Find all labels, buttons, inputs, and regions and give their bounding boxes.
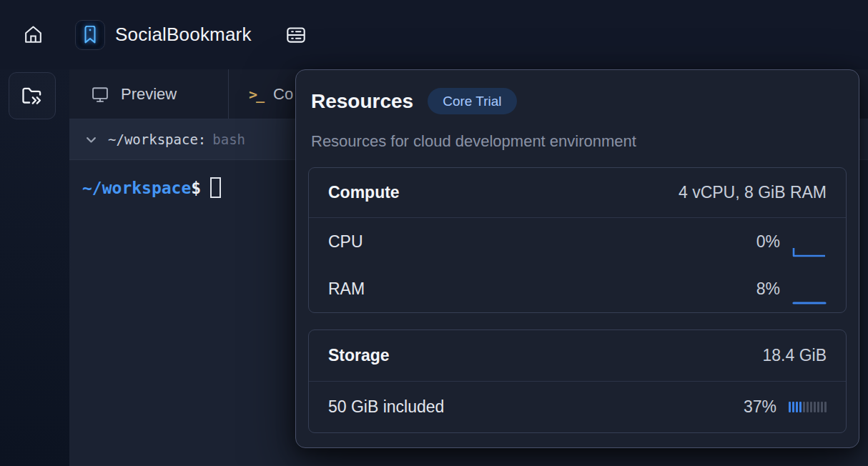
tab-console-label: Co xyxy=(273,85,293,104)
gauge-bar xyxy=(803,402,805,412)
resources-popup: Resources Core Trial Resources for cloud… xyxy=(295,69,859,448)
cpu-sparkline xyxy=(792,245,827,258)
popup-title: Resources xyxy=(311,90,413,113)
ram-row: RAM 8% xyxy=(309,265,846,312)
gauge-bar xyxy=(789,402,791,412)
compute-card: Compute 4 vCPU, 8 GiB RAM CPU 0% RAM 8% xyxy=(308,167,847,313)
tab-preview-label: Preview xyxy=(121,85,177,104)
storage-title: Storage xyxy=(328,346,390,365)
gauge-bar xyxy=(814,402,816,412)
tab-preview[interactable]: Preview xyxy=(69,69,229,119)
popup-header: Resources Core Trial xyxy=(311,88,847,114)
monitor-icon xyxy=(89,84,111,104)
compute-spec: 4 vCPU, 8 GiB RAM xyxy=(679,183,827,202)
ram-sparkline xyxy=(792,292,827,305)
server-icon xyxy=(284,23,308,47)
session-path: ~/workspace: xyxy=(108,132,206,147)
plan-badge: Core Trial xyxy=(428,88,516,114)
gauge-bar xyxy=(792,402,794,412)
session-shell: bash xyxy=(212,132,245,147)
gauge-bar xyxy=(817,402,819,412)
gauge-bar xyxy=(807,402,809,412)
compute-title: Compute xyxy=(328,183,400,202)
ram-value: 8% xyxy=(756,279,780,299)
cpu-value: 0% xyxy=(756,232,780,252)
app-icon[interactable] xyxy=(75,20,105,50)
storage-usage-row: 50 GiB included 37% xyxy=(309,382,846,432)
gauge-bar xyxy=(799,402,802,412)
terminal-cursor xyxy=(210,177,221,198)
terminal-prompt-icon: >_ xyxy=(249,86,263,103)
chevron-down-icon xyxy=(84,133,98,147)
gauge-bar xyxy=(810,402,812,412)
top-bar: SocialBookmark xyxy=(0,0,868,69)
cpu-label: CPU xyxy=(328,232,363,252)
home-button[interactable] xyxy=(21,23,45,47)
storage-header-row: Storage 18.4 GiB xyxy=(309,330,846,382)
storage-value: 18.4 GiB xyxy=(763,346,827,365)
resources-button[interactable] xyxy=(283,22,309,48)
home-icon xyxy=(22,24,44,46)
gauge-bar xyxy=(796,402,798,412)
cpu-row: CPU 0% xyxy=(309,218,846,265)
gauge-bar xyxy=(824,402,827,412)
file-explorer-toggle-button[interactable] xyxy=(9,72,56,119)
bookmark-icon xyxy=(82,26,98,44)
gauge-bar xyxy=(821,402,823,412)
compute-header-row: Compute 4 vCPU, 8 GiB RAM xyxy=(309,168,846,218)
storage-gauge xyxy=(789,402,827,412)
prompt-path: ~/workspace xyxy=(82,179,191,197)
ram-label: RAM xyxy=(328,279,365,299)
storage-included-label: 50 GiB included xyxy=(328,397,444,417)
folder-expand-icon xyxy=(19,82,46,109)
left-sidebar xyxy=(0,69,69,466)
prompt-symbol: $ xyxy=(191,179,201,197)
storage-card: Storage 18.4 GiB 50 GiB included 37% xyxy=(308,329,847,433)
workspace-title: SocialBookmark xyxy=(115,24,252,46)
popup-subtitle: Resources for cloud development environm… xyxy=(311,132,847,151)
storage-percent: 37% xyxy=(744,397,776,417)
